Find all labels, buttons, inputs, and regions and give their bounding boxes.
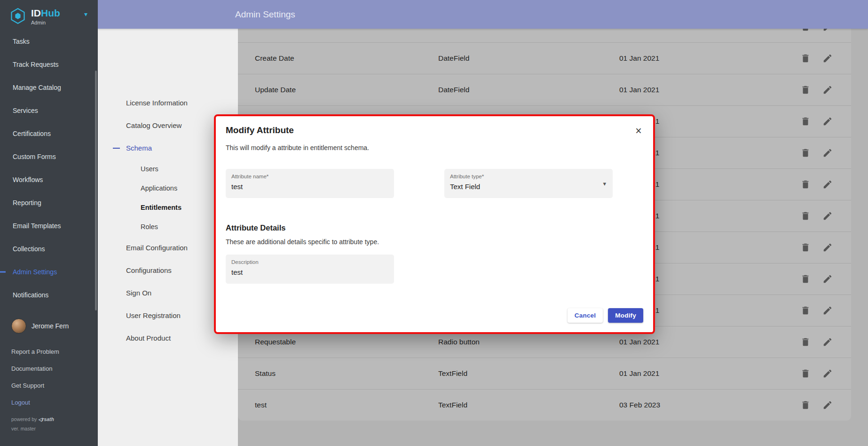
sidebar: IDHub Admin ▾ Tasks Track Requests bbox=[0, 0, 98, 446]
attribute-name-field[interactable]: Attribute name* test bbox=[226, 169, 394, 198]
settings-nav-label: Configurations bbox=[126, 266, 172, 274]
dialog-title: Modify Attribute bbox=[226, 125, 643, 136]
dialog-description: This will modify a attribute in entitlem… bbox=[226, 143, 643, 152]
attribute-type-value: Text Field bbox=[450, 183, 607, 191]
brand-hub: Hub bbox=[41, 8, 60, 18]
brand-text: IDHub Admin bbox=[31, 8, 60, 37]
sidebar-item[interactable]: Collections bbox=[0, 237, 98, 260]
version-label: ver. master bbox=[11, 426, 98, 431]
sidebar-item-label: Manage Catalog bbox=[13, 84, 61, 91]
settings-nav-label: About Product bbox=[126, 334, 171, 342]
sidebar-footer-links: Report a Problem Documentation Get Suppo… bbox=[0, 343, 98, 411]
app-header: Admin Settings bbox=[98, 0, 868, 29]
dropdown-caret-icon: ▾ bbox=[603, 180, 606, 187]
settings-nav-label: Entitlements bbox=[141, 204, 181, 211]
user-profile[interactable]: Jerome Fern bbox=[11, 319, 98, 334]
sidebar-item[interactable]: Certifications bbox=[0, 122, 98, 145]
sidebar-item-label: Workflows bbox=[13, 176, 43, 183]
sidebar-item[interactable]: Notifications bbox=[0, 283, 98, 306]
brand-caret-icon[interactable]: ▾ bbox=[84, 10, 87, 18]
settings-nav-label: Roles bbox=[141, 223, 158, 231]
settings-nav-label: User Registration bbox=[126, 311, 181, 319]
sidebar-item[interactable]: Reporting bbox=[0, 191, 98, 214]
app-root: IDHub Admin ▾ Tasks Track Requests bbox=[0, 0, 868, 446]
sidebar-item-label: Track Requests bbox=[13, 61, 59, 68]
settings-nav-label: Users bbox=[141, 165, 158, 173]
sidebar-item[interactable]: Services bbox=[0, 99, 98, 122]
active-dash bbox=[113, 148, 120, 149]
settings-nav-label: License Information bbox=[126, 99, 188, 107]
footer-link[interactable]: Report a Problem bbox=[0, 343, 98, 360]
sidebar-item-label: Collections bbox=[13, 245, 45, 253]
vendor-logo: ◁rsath bbox=[38, 416, 54, 422]
idhub-logo-icon bbox=[9, 8, 26, 24]
attribute-type-select[interactable]: Attribute type* Text Field ▾ bbox=[444, 169, 613, 198]
description-field[interactable]: Description test bbox=[226, 255, 394, 284]
brand-id: ID bbox=[31, 8, 41, 18]
attribute-type-label: Attribute type* bbox=[450, 174, 607, 179]
sidebar-item-label: Email Templates bbox=[13, 222, 61, 230]
description-value: test bbox=[231, 268, 388, 276]
footer-link[interactable]: Logout bbox=[0, 394, 98, 411]
sidebar-item[interactable]: Manage Catalog bbox=[0, 76, 98, 99]
sidebar-item[interactable]: Custom Forms bbox=[0, 145, 98, 168]
sidebar-item-label: Tasks bbox=[13, 38, 30, 45]
settings-nav-label: Catalog Overview bbox=[126, 121, 181, 129]
sidebar-item-label: Custom Forms bbox=[13, 153, 56, 160]
sidebar-item-label: Certifications bbox=[13, 130, 51, 137]
sidebar-item[interactable]: Admin Settings bbox=[0, 260, 98, 283]
brand[interactable]: IDHub Admin ▾ bbox=[0, 0, 98, 37]
attribute-fields-row: Attribute name* test Attribute type* Tex… bbox=[226, 169, 643, 198]
avatar bbox=[11, 319, 26, 334]
settings-nav-label: Sign On bbox=[126, 289, 151, 297]
close-icon[interactable]: × bbox=[631, 123, 647, 139]
cancel-button[interactable]: Cancel bbox=[568, 308, 603, 323]
sidebar-item-label: Notifications bbox=[13, 291, 48, 299]
sidebar-item-label: Reporting bbox=[13, 199, 41, 207]
sidebar-item[interactable]: Workflows bbox=[0, 168, 98, 191]
sidebar-item-label: Services bbox=[13, 107, 38, 114]
sidebar-item[interactable]: Track Requests bbox=[0, 53, 98, 76]
modify-attribute-dialog: Modify Attribute × This will modify a at… bbox=[214, 114, 655, 334]
modify-button[interactable]: Modify bbox=[608, 308, 643, 323]
settings-nav-label: Applications bbox=[141, 184, 177, 192]
attribute-name-label: Attribute name* bbox=[231, 174, 388, 179]
footer-link[interactable]: Get Support bbox=[0, 377, 98, 394]
attribute-details-subtitle: These are additional details specific to… bbox=[226, 238, 643, 246]
dialog-actions: Cancel Modify bbox=[568, 308, 643, 323]
settings-nav-label: Email Configuration bbox=[126, 244, 188, 252]
page-title: Admin Settings bbox=[235, 9, 295, 20]
settings-nav-item[interactable]: License Information bbox=[98, 91, 238, 114]
powered-by: powered by ◁rsath bbox=[11, 416, 98, 422]
sidebar-item-label: Admin Settings bbox=[13, 268, 57, 276]
user-name: Jerome Fern bbox=[32, 322, 69, 330]
sidebar-item[interactable]: Email Templates bbox=[0, 214, 98, 237]
description-label: Description bbox=[231, 259, 388, 265]
footer-link[interactable]: Documentation bbox=[0, 360, 98, 377]
brand-name: IDHub bbox=[31, 8, 60, 19]
settings-nav-label: Schema bbox=[126, 144, 152, 152]
sidebar-menu: Tasks Track Requests Manage Catalog Serv… bbox=[0, 30, 98, 306]
brand-subtitle: Admin bbox=[31, 20, 60, 25]
active-indicator bbox=[0, 271, 6, 272]
attribute-details-heading: Attribute Details bbox=[226, 223, 643, 233]
powered-by-label: powered by bbox=[11, 416, 37, 422]
attribute-name-value: test bbox=[231, 183, 388, 191]
